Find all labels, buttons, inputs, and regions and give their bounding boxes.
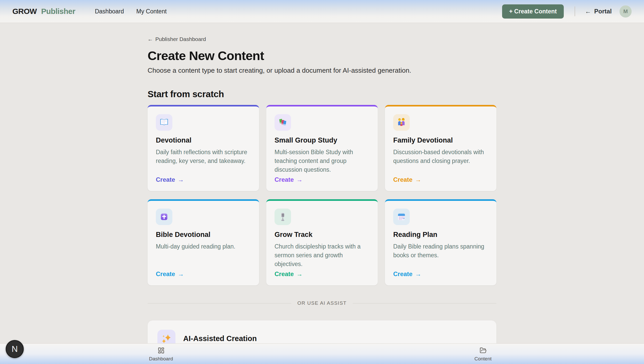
bottom-nav-item-dashboard[interactable]: Dashboard [0, 344, 322, 364]
arrow-right-icon: → [415, 270, 421, 278]
app-logo[interactable]: GROW Publisher [12, 7, 75, 16]
logo-primary: GROW [12, 7, 37, 15]
section-heading: Start from scratch [148, 89, 496, 99]
dev-tools-badge[interactable]: N [6, 340, 24, 358]
avatar[interactable]: M [619, 5, 632, 18]
cross-icon [156, 209, 172, 225]
nav-dashboard[interactable]: Dashboard [95, 8, 124, 15]
create-link[interactable]: Create → [156, 270, 251, 278]
layout-dashboard-icon [158, 347, 165, 354]
bottom-nav-label: Dashboard [149, 356, 173, 362]
page-subtitle: Choose a content type to start creating,… [148, 67, 496, 75]
books-icon [275, 114, 291, 131]
content-type-card-bible-devotional[interactable]: Bible Devotional Multi-day guided readin… [148, 199, 259, 285]
main-content: ← Publisher Dashboard Create New Content… [148, 0, 496, 364]
create-content-button[interactable]: + Create Content [502, 4, 564, 19]
top-header: GROW Publisher Dashboard My Content + Cr… [0, 0, 644, 23]
card-description: Church discipleship tracks with a sermon… [275, 242, 369, 268]
card-title: Bible Devotional [156, 231, 251, 239]
nav-my-content[interactable]: My Content [136, 8, 167, 15]
divider-line [353, 303, 496, 303]
top-nav: Dashboard My Content [95, 8, 167, 15]
content-type-card-devotional[interactable]: Devotional Daily faith reflections with … [148, 105, 259, 191]
portal-label: Portal [594, 8, 612, 15]
logo-secondary: Publisher [41, 7, 75, 15]
create-link[interactable]: Create → [275, 270, 369, 278]
content-type-card-small-group-study[interactable]: Small Group Study Multi-session Bible St… [266, 105, 378, 191]
card-description: Daily Bible reading plans spanning books… [393, 242, 488, 260]
create-link[interactable]: Create → [275, 176, 369, 183]
card-title: Small Group Study [275, 136, 369, 144]
create-link-label: Create [156, 270, 175, 278]
create-link-label: Create [275, 270, 294, 278]
bottom-nav-bar: Dashboard Content [0, 343, 644, 364]
folder-open-icon [480, 347, 487, 354]
content-type-grid: Devotional Daily faith reflections with … [148, 105, 496, 285]
divider-line [148, 303, 291, 303]
bottom-nav-item-content[interactable]: Content [322, 344, 644, 364]
family-icon [393, 114, 410, 131]
ai-assist-divider: OR USE AI ASSIST [148, 300, 496, 306]
arrow-left-icon: ← [585, 8, 591, 15]
content-type-card-reading-plan[interactable]: Reading Plan Daily Bible reading plans s… [385, 199, 496, 285]
arrow-right-icon: → [178, 270, 184, 278]
content-type-card-family-devotional[interactable]: Family Devotional Discussion-based devot… [385, 105, 496, 191]
breadcrumb-label: Publisher Dashboard [155, 36, 206, 42]
ai-card-title: AI-Assisted Creation [183, 334, 257, 343]
open-book-icon [156, 114, 172, 131]
calendar-icon [393, 209, 410, 225]
create-link-label: Create [275, 176, 294, 183]
create-link[interactable]: Create → [393, 176, 488, 183]
create-link-label: Create [393, 270, 413, 278]
arrow-right-icon: → [178, 176, 184, 183]
content-type-card-grow-track[interactable]: Grow Track Church discipleship tracks wi… [266, 199, 378, 285]
page-title: Create New Content [148, 48, 496, 63]
create-link[interactable]: Create → [156, 176, 251, 183]
card-title: Family Devotional [393, 136, 488, 144]
arrow-right-icon: → [296, 176, 303, 183]
arrow-right-icon: → [415, 176, 421, 183]
card-description: Discussion-based devotionals with questi… [393, 148, 488, 165]
card-title: Reading Plan [393, 231, 488, 239]
arrow-left-icon: ← [148, 36, 153, 42]
card-title: Grow Track [275, 231, 369, 239]
divider-label: OR USE AI ASSIST [297, 300, 347, 306]
create-link-label: Create [393, 176, 413, 183]
header-divider [575, 6, 575, 16]
portal-link[interactable]: ← Portal [585, 8, 612, 15]
bottom-nav-label: Content [474, 356, 492, 362]
card-title: Devotional [156, 136, 251, 144]
arrow-right-icon: → [296, 270, 303, 278]
microphone-icon [275, 209, 291, 225]
breadcrumb[interactable]: ← Publisher Dashboard [148, 36, 206, 42]
create-link[interactable]: Create → [393, 270, 488, 278]
create-link-label: Create [156, 176, 175, 183]
card-description: Multi-session Bible Study with teaching … [275, 148, 369, 174]
card-description: Daily faith reflections with scripture r… [156, 148, 251, 165]
card-description: Multi-day guided reading plan. [156, 242, 251, 251]
